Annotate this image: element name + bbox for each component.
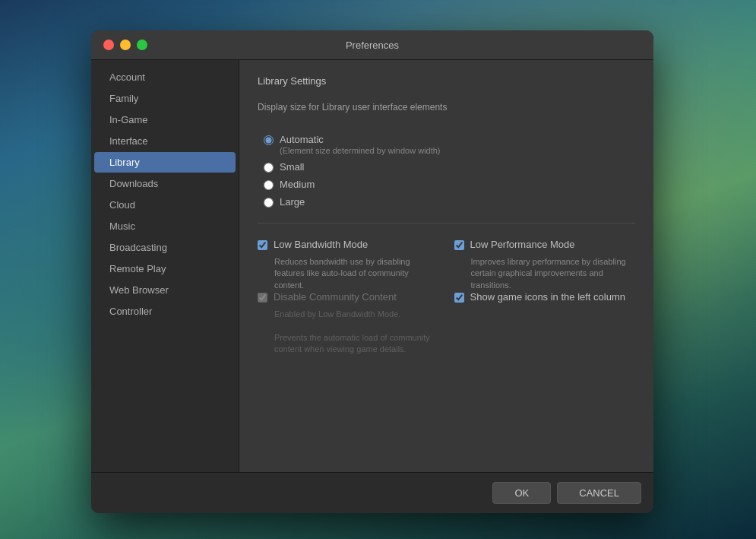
radio-label-small: Small xyxy=(280,161,305,173)
cancel-button[interactable]: CANCEL xyxy=(557,482,641,504)
sidebar-item-account[interactable]: Account xyxy=(94,67,236,87)
radio-input-large[interactable] xyxy=(264,198,274,208)
maximize-button[interactable] xyxy=(137,40,147,50)
divider xyxy=(258,223,635,224)
checkbox-input-show-game-icons[interactable] xyxy=(454,293,464,303)
title-bar: Preferences xyxy=(91,30,653,60)
checkbox-label-low-performance: Low Performance Mode xyxy=(470,239,575,250)
content-area: Library Settings Display size for Librar… xyxy=(239,60,653,472)
radio-input-small[interactable] xyxy=(264,163,274,173)
checkbox-label-show-game-icons: Show game icons in the left column xyxy=(470,291,626,303)
checkbox-label-disable-community: Disable Community Content xyxy=(274,291,397,303)
sidebar-item-library[interactable]: Library xyxy=(94,152,236,173)
ok-button[interactable]: OK xyxy=(492,482,551,504)
checkbox-col-right: Low Performance ModeImproves library per… xyxy=(454,239,636,356)
bottom-bar: OK CANCEL xyxy=(91,472,653,513)
checkbox-block-low-bandwidth: Low Bandwidth ModeReduces bandwidth use … xyxy=(258,239,439,291)
dialog-title: Preferences xyxy=(346,40,399,51)
checkbox-block-show-game-icons: Show game icons in the left column xyxy=(454,291,636,303)
minimize-button[interactable] xyxy=(120,40,131,50)
sidebar-item-remote-play[interactable]: Remote Play xyxy=(94,258,236,279)
checkbox-input-low-performance[interactable] xyxy=(454,240,464,250)
radio-label-large: Large xyxy=(280,196,305,208)
checkbox-item-show-game-icons[interactable]: Show game icons in the left column xyxy=(454,291,636,303)
checkbox-item-disable-community[interactable]: Disable Community Content xyxy=(258,291,439,303)
preferences-dialog: Preferences AccountFamilyIn-GameInterfac… xyxy=(91,30,653,513)
radio-item-medium[interactable]: Medium xyxy=(264,179,635,190)
radio-item-automatic[interactable]: Automatic(Element size determined by win… xyxy=(264,134,635,155)
section-title: Library Settings xyxy=(258,75,635,87)
radio-item-small[interactable]: Small xyxy=(264,161,635,173)
checkbox-item-low-performance[interactable]: Low Performance Mode xyxy=(454,239,636,250)
radio-item-large[interactable]: Large xyxy=(264,196,635,208)
checkbox-item-low-bandwidth[interactable]: Low Bandwidth Mode xyxy=(258,239,439,250)
sidebar-item-downloads[interactable]: Downloads xyxy=(94,173,236,194)
radio-label-automatic: Automatic xyxy=(280,134,441,145)
display-size-label: Display size for Library user interface … xyxy=(258,102,635,113)
sidebar-item-music[interactable]: Music xyxy=(94,216,236,236)
checkbox-desc-low-bandwidth: Reduces bandwidth use by disabling featu… xyxy=(258,256,439,291)
sidebar: AccountFamilyIn-GameInterfaceLibraryDown… xyxy=(91,60,239,472)
radio-sublabel-automatic: (Element size determined by window width… xyxy=(280,146,441,155)
sidebar-item-cloud[interactable]: Cloud xyxy=(94,195,236,215)
sidebar-item-family[interactable]: Family xyxy=(94,88,236,109)
sidebar-item-broadcasting[interactable]: Broadcasting xyxy=(94,237,236,258)
sidebar-item-interface[interactable]: Interface xyxy=(94,131,236,151)
radio-input-automatic[interactable] xyxy=(264,135,274,145)
main-content: AccountFamilyIn-GameInterfaceLibraryDown… xyxy=(91,60,653,472)
checkbox-block-disable-community: Disable Community ContentEnabled by Low … xyxy=(258,291,439,356)
checkbox-block-low-performance: Low Performance ModeImproves library per… xyxy=(454,239,636,291)
display-size-radio-group: Automatic(Element size determined by win… xyxy=(258,134,635,208)
radio-input-medium[interactable] xyxy=(264,180,274,190)
checkbox-desc-low-performance: Improves library performance by disablin… xyxy=(454,256,636,291)
sidebar-item-web-browser[interactable]: Web Browser xyxy=(94,280,236,300)
checkbox-input-low-bandwidth[interactable] xyxy=(258,240,267,250)
checkbox-label-low-bandwidth: Low Bandwidth Mode xyxy=(274,239,368,250)
close-button[interactable] xyxy=(103,40,114,50)
checkbox-grid: Low Bandwidth ModeReduces bandwidth use … xyxy=(258,239,635,356)
radio-label-medium: Medium xyxy=(280,179,315,190)
sidebar-item-in-game[interactable]: In-Game xyxy=(94,109,236,130)
checkbox-col-left: Low Bandwidth ModeReduces bandwidth use … xyxy=(258,239,439,356)
sidebar-item-controller[interactable]: Controller xyxy=(94,301,236,322)
checkbox-input-disable-community xyxy=(258,293,267,303)
checkbox-desc-disable-community: Enabled by Low Bandwidth Mode.Prevents t… xyxy=(258,309,439,356)
traffic-lights xyxy=(103,40,147,50)
